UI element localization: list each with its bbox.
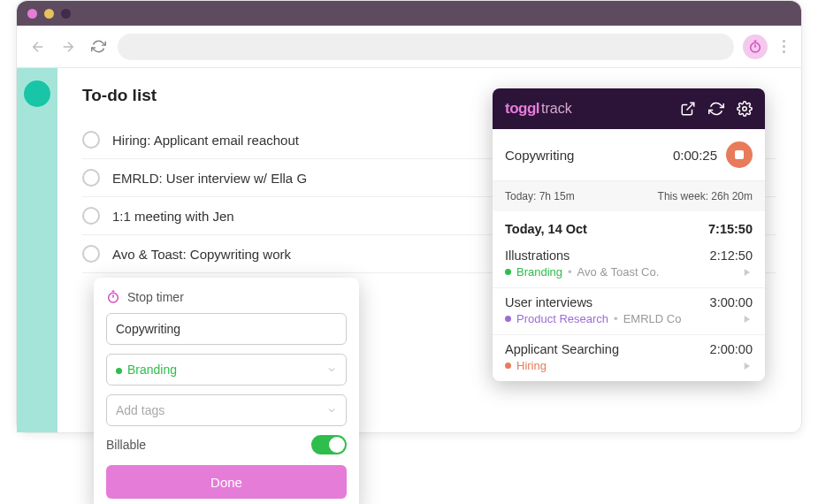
todo-text: Avo & Toast: Copywriting work [112, 247, 291, 262]
app-sidebar [17, 68, 57, 432]
extension-header: toggl track [493, 88, 765, 129]
play-icon[interactable] [740, 313, 753, 325]
close-window-dot[interactable] [27, 9, 37, 19]
entry-description: Illustrations [505, 248, 570, 263]
browser-menu-icon[interactable] [776, 40, 791, 53]
back-icon[interactable] [27, 36, 49, 57]
extension-popup: toggl track Copywriting 0:00:25 Today: 7… [493, 88, 765, 381]
time-entry[interactable]: User interviews 3:00:00 Product Research… [493, 288, 765, 335]
svg-point-1 [109, 293, 118, 302]
stop-button[interactable] [726, 141, 753, 168]
date-total: 7:15:50 [708, 222, 753, 236]
entry-duration: 2:00:00 [710, 342, 753, 356]
todo-text: Hiring: Applicant email reachout [112, 133, 299, 148]
entry-description: Applicant Searching [505, 342, 619, 356]
entry-project: Hiring [516, 359, 547, 372]
entry-project: Product Research [516, 312, 608, 325]
date-header: Today, 14 Oct 7:15:50 [493, 211, 765, 241]
toggl-logo: toggl track [505, 100, 572, 118]
toggl-extension-button[interactable] [743, 34, 768, 59]
running-description: Copywriting [505, 148, 574, 163]
chevron-down-icon [326, 364, 337, 375]
entry-company: Avo & Toast Co. [577, 265, 660, 279]
todo-text: 1:1 meeting with Jen [112, 209, 234, 224]
project-dot [505, 269, 511, 275]
time-entry[interactable]: Illustrations 2:12:50 Branding • Avo & T… [493, 241, 765, 288]
popover-title: Stop timer [127, 290, 184, 304]
project-dot [505, 316, 511, 322]
billable-row: Billable [106, 435, 347, 454]
time-entry[interactable]: Applicant Searching 2:00:00 Hiring [493, 335, 765, 381]
entry-project: Branding [516, 265, 562, 279]
todo-text: EMRLD: User interview w/ Ella G [112, 171, 307, 186]
open-external-icon[interactable] [680, 101, 696, 117]
sidebar-avatar[interactable] [24, 80, 50, 107]
url-bar[interactable] [118, 34, 734, 60]
chevron-down-icon [326, 405, 337, 416]
play-icon[interactable] [740, 266, 753, 279]
running-entry[interactable]: Copywriting 0:00:25 [493, 129, 765, 181]
window-titlebar [17, 1, 801, 26]
forward-icon[interactable] [57, 36, 79, 57]
summary-row: Today: 7h 15m This week: 26h 20m [493, 181, 765, 211]
today-summary: Today: 7h 15m [505, 190, 575, 202]
todo-checkbox[interactable] [82, 245, 100, 263]
entry-duration: 2:12:50 [710, 248, 753, 263]
timer-popover: Stop timer Branding Add tags Billable Do… [94, 278, 359, 504]
tags-select[interactable]: Add tags [106, 394, 347, 426]
date-label: Today, 14 Oct [505, 222, 587, 236]
play-icon[interactable] [740, 360, 753, 372]
billable-label: Billable [106, 438, 146, 452]
done-button[interactable]: Done [106, 465, 347, 499]
browser-toolbar [17, 26, 801, 68]
todo-checkbox[interactable] [82, 131, 100, 149]
entry-company: EMRLD Co [623, 312, 682, 325]
gear-icon[interactable] [737, 101, 753, 117]
svg-point-2 [743, 107, 747, 111]
popover-header: Stop timer [106, 290, 347, 304]
billable-toggle[interactable] [311, 435, 347, 454]
sync-icon[interactable] [708, 101, 724, 117]
entry-duration: 3:00:00 [710, 295, 753, 309]
project-dot [505, 363, 511, 369]
todo-checkbox[interactable] [82, 169, 100, 187]
todo-checkbox[interactable] [82, 207, 100, 225]
project-select[interactable]: Branding [106, 354, 347, 386]
description-input[interactable] [106, 313, 347, 345]
entry-description: User interviews [505, 295, 592, 309]
project-selected: Branding [116, 363, 177, 377]
maximize-window-dot[interactable] [61, 9, 71, 19]
tags-placeholder: Add tags [116, 403, 164, 417]
running-time: 0:00:25 [673, 148, 717, 163]
timer-icon [106, 290, 120, 304]
refresh-icon[interactable] [88, 36, 109, 57]
minimize-window-dot[interactable] [44, 9, 54, 19]
week-summary: This week: 26h 20m [658, 190, 753, 202]
